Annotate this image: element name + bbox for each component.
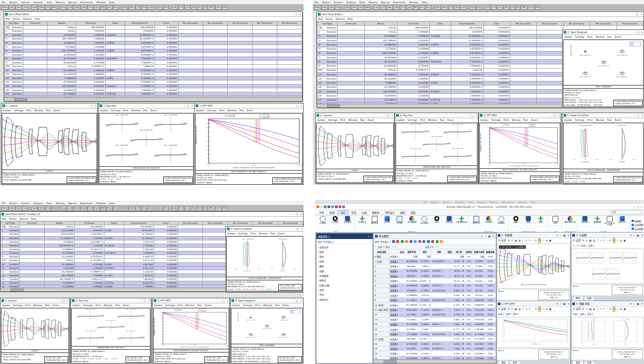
menu-item-analysis[interactable]: Analysis [33,1,43,4]
lde-cell-comment[interactable] [20,236,45,240]
lde-cell-mech-semidia[interactable]: 10.235... [473,293,485,298]
toolbar-button-sas[interactable]: Sas [335,5,341,10]
lde-cell-thickness[interactable]: 5.676697 V [76,65,105,69]
lde-cell-glass[interactable]: H-LAK2A [104,244,124,247]
lde-cell-conic[interactable]: 0.000000 [155,49,178,53]
surface-type-dropdown[interactable]: 标准面 ▾ [390,264,399,269]
lde-cell-surface[interactable]: 16*Standard [317,94,338,98]
lde-cell-par[interactable] [203,270,228,273]
menu-item-settings[interactable]: Settings [165,304,175,307]
maximize-icon[interactable]: ▣ [637,302,639,305]
menu-item-system[interactable]: System [21,202,30,205]
lde-cell-semidia[interactable]: 6.961214 [124,266,154,270]
menu-item-window[interactable]: Window [512,119,521,121]
save-icon[interactable] [328,205,330,208]
pin-icon[interactable]: ▾ [557,302,558,305]
tab-文本[interactable]: 文本 [509,360,520,364]
line-icon[interactable]: ╱ [522,239,523,243]
toolbar-button-tol[interactable]: Tol [136,5,141,10]
lde-cell-radius[interactable]: -22.3300... [405,317,419,322]
menu-item-file[interactable]: File [2,202,6,205]
ribbon-button-3d视图[interactable]: 3D视图 [329,216,341,223]
lde-cell-material[interactable]: H-ZLAF75A S [431,332,447,337]
minimize-icon[interactable]: – [184,104,185,107]
toolbar-button-ray[interactable]: Ray [74,5,80,10]
lde-cell-conic[interactable]: 0.000000 [155,61,178,65]
lde-cell-comment[interactable] [399,317,405,322]
menu-item-print[interactable]: Print [251,232,256,235]
expand-icon[interactable]: ▾ [375,245,376,248]
lde-cell-surface[interactable]: 10Standard [1,262,20,266]
lde-cell-radius[interactable]: 201.760000 [365,39,397,43]
ribbon-button-2d视图[interactable]: 2D视图 [317,216,328,224]
lde-cell-coating[interactable] [447,259,453,264]
menu-item-macros[interactable]: Macros [69,202,77,205]
ribbon-button-匹配镜头[interactable]: 匹配镜头 [579,216,591,223]
toolbar-button-tol[interactable]: Tol [448,5,454,10]
lde-cell-thickness[interactable]: 6.357085 V [75,259,104,262]
explorer-item-环境[interactable]: 环境 [316,259,373,263]
lde-cell-surface[interactable]: STOStandard [317,68,338,72]
lde-cell-conic[interactable]: 0.000000 [155,68,178,73]
close-icon[interactable]: × [640,13,643,16]
scrollbar-thumb[interactable] [384,360,397,363]
lde-row-4[interactable]: 4标准面 ▾536.091...1.5093...H-ZF52 S16.25..… [374,273,496,279]
lde-cell-par[interactable] [536,56,563,60]
lde-cell-glass[interactable]: H-ZLAF50 [105,57,125,61]
lde-cell-surface[interactable]: 14*Standard [5,80,23,85]
toolbar-button-mtf[interactable]: Mtf [100,206,106,210]
lde-cell-surface[interactable]: 17*Standard [5,92,23,96]
explorer-item-成本估计[interactable]: 成本估计 [316,297,373,301]
ribbon-button-扩展图像分析[interactable]: 扩展图像分析 [456,216,467,223]
lde-cell-glass[interactable] [430,39,451,43]
menu-item-tools[interactable]: Tools [359,1,365,4]
lde-cell-chip-zone[interactable]: 0.0... [465,336,473,341]
toolbar-button-enc[interactable]: Enc [113,5,119,10]
lde-cell-comment[interactable] [23,33,47,37]
lde-cell-material[interactable]: H-ZK14 S [431,269,447,274]
toolbar-button-opd[interactable]: Opd [393,5,400,10]
lde-cell-par[interactable] [510,39,536,43]
lde-cell-par[interactable] [277,57,302,61]
lde-cell-comment[interactable] [20,281,45,285]
lde-cell-comment[interactable] [338,26,365,30]
lde-cell-chip-zone[interactable]: 0.0... [465,298,473,303]
lde-cell-radius[interactable]: Infinity [365,30,397,34]
lde-cell-coating[interactable] [447,254,453,259]
zoom-icon[interactable]: ⊕ [620,239,622,243]
lde-cell-par[interactable] [203,259,228,262]
lde-cell-mech-semidia[interactable]: 5.362981 [473,322,485,327]
lde-cell-tce[interactable]: 0.00 [495,264,496,269]
lde-cell-chip-zone[interactable]: 0.0... [465,322,473,327]
lde-cell-thickness[interactable]: 1.5403... [418,327,431,332]
close-icon[interactable]: ✕ [641,234,643,237]
lde-cell-material[interactable] [431,351,447,356]
lde-cell-mech-semidia[interactable]: 5.921333 [473,313,485,318]
toolbar-button-fps[interactable]: Fps [106,206,112,210]
lde-cell-par[interactable] [228,41,253,45]
lde-cell-radius[interactable]: 43.340000 [405,303,419,308]
redo-icon[interactable] [339,205,341,208]
lde-cell-par[interactable] [536,43,563,47]
settings-button[interactable]: ⚙ 设置 [498,239,506,243]
lde-cell-conic[interactable]: 0.000000 [483,47,510,51]
lde-cell-par[interactable] [178,229,203,233]
lde-cell-semidia[interactable]: 7.000000 U [451,90,483,94]
close-icon[interactable]: × [475,114,477,117]
toolbar-button-upd[interactable]: Upd [344,5,351,10]
lde-cell-coating[interactable] [447,346,453,351]
lde-cell-tce[interactable]: 0.00 [495,332,496,337]
lde-cell-semidia[interactable]: 6.667494 [124,262,154,266]
close-icon[interactable]: × [391,114,393,117]
lde-cell-coating[interactable] [447,283,453,288]
menu-item-update[interactable]: Update [2,304,10,307]
lde-cell-thickness[interactable]: 850.000000 [397,26,430,30]
lde-row-16[interactable]: 16标准面 ▾-9.1200001.2503...H-ZLAF75A S4.56… [374,332,496,337]
lde-cell-comment[interactable] [20,266,45,270]
lde-cell-comment[interactable] [23,92,47,96]
lde-cell-glass[interactable]: H-ZEYA [105,49,125,53]
editor-toolbar-icon[interactable] [436,240,439,243]
lde-cell-semidia[interactable]: 14.794242 [124,233,154,236]
lde-cell-conic[interactable]: 0.00... [485,346,495,351]
lde-cell-comment[interactable] [399,259,405,264]
